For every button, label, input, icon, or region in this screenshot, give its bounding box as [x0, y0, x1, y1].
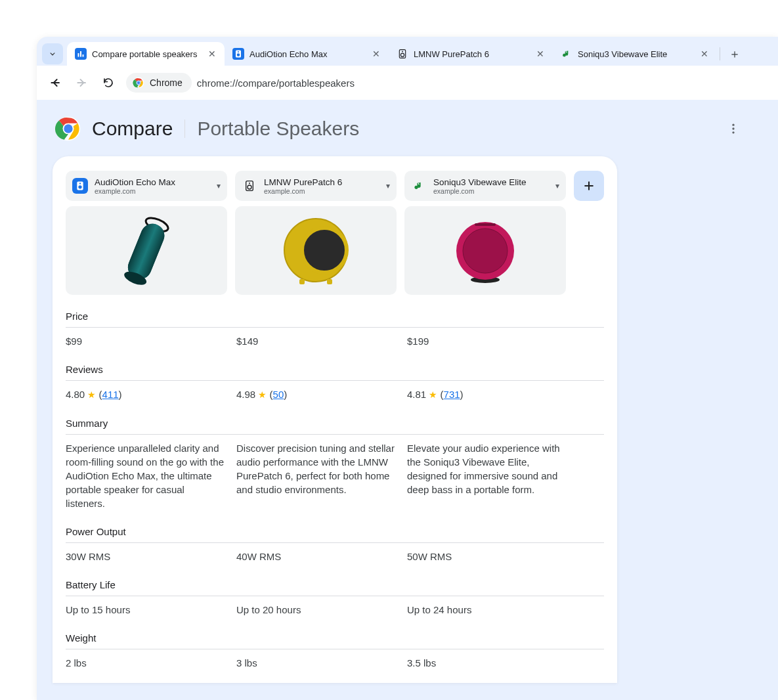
tab-title: Compare portable speakers: [92, 49, 201, 59]
svg-point-14: [64, 124, 72, 133]
url-text: chrome://compare/portablespeakers: [197, 77, 355, 89]
chevron-down-icon: [48, 49, 57, 58]
tab-search-button[interactable]: [42, 43, 63, 64]
weight-value: 3 lbs: [236, 656, 407, 670]
svg-rect-32: [299, 279, 305, 284]
product-image: [235, 206, 397, 295]
forward-button[interactable]: [71, 72, 93, 94]
review-value: 4.81 ★ (731): [407, 387, 578, 402]
address-bar[interactable]: Chrome chrome://compare/portablespeakers: [123, 71, 770, 95]
product-column: LMNW PurePatch 6 example.com ▾: [235, 171, 397, 295]
svg-point-16: [732, 127, 734, 129]
speaker-icon: [242, 178, 257, 194]
svg-rect-38: [475, 223, 496, 226]
tab-compare[interactable]: Compare portable speakers ✕: [67, 42, 225, 66]
add-product-button[interactable]: [574, 171, 604, 201]
power-value: 50W RMS: [407, 550, 578, 563]
chrome-logo-icon: [55, 116, 81, 142]
chrome-chip: Chrome: [126, 73, 192, 93]
row-label: Reviews: [66, 364, 604, 381]
tab-close-button[interactable]: ✕: [534, 48, 546, 60]
product-domain: example.com: [95, 187, 210, 195]
chrome-icon: [133, 77, 144, 89]
row-label: Summary: [66, 418, 604, 435]
page-title: Compare: [92, 118, 173, 140]
tab-product-2[interactable]: LMNW PurePatch 6 ✕: [389, 42, 553, 66]
back-button[interactable]: [45, 72, 67, 94]
row-weight: Weight 2 lbs 3 lbs 3.5 lbs: [66, 632, 604, 670]
star-icon: ★: [258, 389, 267, 400]
svg-point-15: [732, 124, 734, 126]
new-tab-button[interactable]: ＋: [725, 45, 744, 63]
chip-label: Chrome: [150, 77, 183, 88]
price-value: $199: [407, 334, 578, 348]
tab-product-1[interactable]: AudiOtion Echo Max ✕: [225, 42, 389, 66]
reload-button[interactable]: [97, 72, 119, 94]
row-label: Weight: [66, 632, 604, 649]
product-selector[interactable]: Soniqu3 Vibewave Elite example.com ▾: [404, 171, 566, 201]
star-icon: ★: [87, 389, 96, 400]
speaker-icon: [72, 178, 88, 194]
product-domain: example.com: [264, 187, 379, 195]
product-name: Soniqu3 Vibewave Elite: [433, 177, 549, 187]
weight-value: 2 lbs: [66, 656, 236, 670]
power-value: 40W RMS: [236, 550, 407, 563]
row-summary: Summary Experience unparalleled clarity …: [66, 418, 604, 510]
svg-point-8: [402, 51, 403, 53]
product-selector[interactable]: AudiOtion Echo Max example.com ▾: [66, 171, 227, 201]
browser-toolbar: Chrome chrome://compare/portablespeakers: [37, 66, 778, 100]
summary-value: Experience unparalleled clarity and room…: [66, 441, 236, 510]
row-battery-life: Battery Life Up to 15 hours Up to 20 hou…: [66, 579, 604, 617]
svg-point-17: [732, 131, 734, 133]
browser-window: Compare portable speakers ✕ AudiOtion Ec…: [37, 37, 778, 700]
battery-value: Up to 24 hours: [407, 603, 578, 617]
product-image: [66, 206, 227, 295]
plus-icon: [582, 179, 595, 192]
arrow-right-icon: [76, 76, 89, 89]
weight-value: 3.5 lbs: [407, 656, 578, 670]
title-divider: [184, 120, 185, 138]
review-count-link[interactable]: 411: [102, 389, 119, 400]
row-label: Price: [66, 311, 604, 328]
page-subtitle: Portable Speakers: [197, 118, 359, 140]
svg-rect-0: [78, 53, 79, 57]
product-image: [404, 206, 566, 295]
price-value: $149: [236, 334, 407, 348]
price-value: $99: [66, 334, 236, 348]
tab-product-3[interactable]: Soniqu3 Vibewave Elite ✕: [553, 42, 717, 66]
svg-point-19: [78, 185, 81, 188]
svg-point-5: [238, 51, 239, 53]
product-column: Soniqu3 Vibewave Elite example.com ▾: [404, 171, 566, 295]
more-options-button[interactable]: [720, 116, 746, 142]
row-price: Price $99 $149 $199: [66, 311, 604, 348]
product-selector[interactable]: LMNW PurePatch 6 example.com ▾: [235, 171, 397, 201]
review-count-link[interactable]: 731: [444, 389, 460, 400]
arrow-left-icon: [49, 76, 62, 89]
svg-point-11: [137, 81, 140, 84]
row-power-output: Power Output 30W RMS 40W RMS 50W RMS: [66, 526, 604, 563]
tab-close-button[interactable]: ✕: [370, 48, 382, 60]
review-value: 4.80 ★ (411): [66, 387, 236, 402]
svg-point-27: [249, 183, 250, 184]
tab-title: AudiOtion Echo Max: [249, 49, 365, 59]
compare-card: AudiOtion Echo Max example.com ▾: [53, 156, 617, 683]
tab-close-button[interactable]: ✕: [699, 48, 710, 60]
chevron-down-icon: ▾: [555, 181, 559, 190]
tab-title: LMNW PurePatch 6: [414, 49, 529, 59]
power-value: 30W RMS: [66, 550, 236, 563]
product-name: AudiOtion Echo Max: [95, 177, 210, 187]
review-value: 4.98 ★ (50): [236, 387, 407, 402]
summary-value: Discover precision tuning and stellar au…: [236, 441, 407, 510]
battery-value: Up to 20 hours: [236, 603, 407, 617]
tab-divider: [720, 47, 720, 60]
kebab-menu-icon: [727, 122, 740, 135]
tab-close-button[interactable]: ✕: [206, 48, 218, 60]
product-domain: example.com: [433, 187, 549, 195]
music-note-icon: [561, 48, 573, 60]
review-count-link[interactable]: 50: [273, 389, 284, 400]
row-reviews: Reviews 4.80 ★ (411) 4.98 ★ (50) 4.81 ★ …: [66, 364, 604, 402]
svg-rect-2: [83, 55, 84, 57]
compare-icon: [75, 48, 87, 60]
chevron-down-icon: ▾: [217, 181, 221, 190]
product-name: LMNW PurePatch 6: [264, 177, 379, 187]
